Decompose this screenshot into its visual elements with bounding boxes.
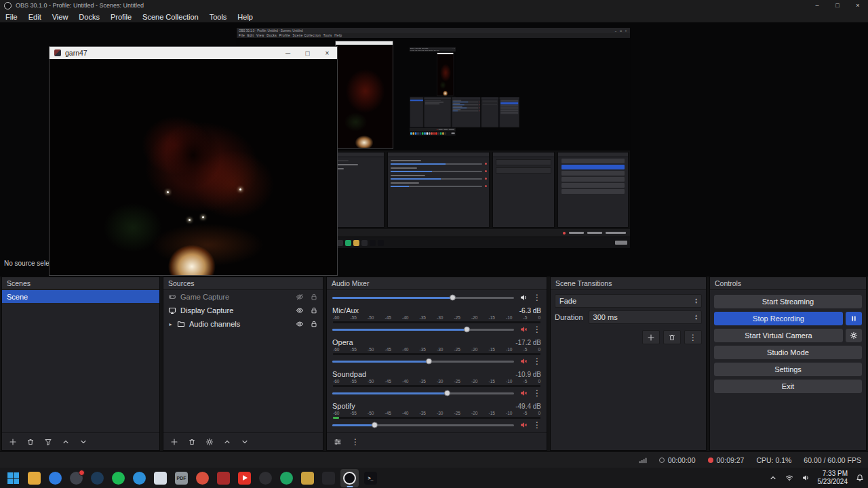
move-source-down-button[interactable]: [241, 438, 249, 446]
game-window-title-bar[interactable]: garn47 ─ □ ×: [50, 47, 337, 59]
taskbar-app-firefox-icon[interactable]: [130, 469, 149, 487]
game-window-garn47: garn47 ─ □ ×: [49, 46, 338, 276]
add-transition-button[interactable]: [642, 330, 660, 344]
taskbar-app-steam-icon[interactable]: [88, 469, 106, 487]
lock-icon[interactable]: [310, 293, 318, 301]
remove-transition-button[interactable]: [663, 330, 681, 344]
channel-db-value: -49.4 dB: [515, 403, 541, 410]
menu-docks[interactable]: Docks: [73, 11, 105, 22]
source-row-game-capture[interactable]: Game Capture: [163, 290, 323, 304]
stream-time: 00:00:00: [659, 456, 696, 464]
move-source-up-button[interactable]: [223, 438, 231, 446]
scene-filters-button[interactable]: [44, 438, 52, 446]
mixer-item-menu-icon[interactable]: ⋮: [533, 293, 541, 302]
menu-profile[interactable]: Profile: [105, 11, 137, 22]
clock-date: 5/23/2024: [818, 478, 848, 486]
game-minimize-button[interactable]: ─: [278, 47, 298, 59]
start-virtual-camera-button[interactable]: Start Virtual Camera: [714, 329, 843, 342]
channel-db-value: -6.3 dB: [519, 307, 541, 314]
volume-icon[interactable]: [802, 474, 810, 482]
recording-indicator-icon: [708, 458, 713, 463]
gamepad-icon: [168, 293, 176, 301]
expand-chevron-icon[interactable]: ▸: [168, 321, 173, 327]
menu-view[interactable]: View: [47, 11, 74, 22]
taskbar-app-spotify-icon[interactable]: [109, 469, 127, 487]
taskbar-app-pdf-viewer-icon[interactable]: PDF: [172, 469, 191, 487]
audio-mixer-panel: Audio Mixer ⋮ Mic/Aux-6.3 dB -60-55-50-4…: [326, 277, 547, 451]
taskbar-app-chrome-icon[interactable]: [193, 469, 212, 487]
menu-tools[interactable]: Tools: [204, 11, 233, 22]
volume-slider[interactable]: [332, 329, 514, 331]
advanced-audio-button[interactable]: [334, 438, 342, 446]
taskbar-app-start-icon[interactable]: [4, 469, 22, 487]
taskbar-app-app-dark-icon[interactable]: [256, 469, 275, 487]
remove-scene-button[interactable]: [26, 438, 35, 446]
source-row-audio-channels[interactable]: ▸ Audio channels: [163, 317, 323, 331]
taskbar-app-app-wheat-icon[interactable]: [298, 469, 317, 487]
taskbar-app-browser-edge-icon[interactable]: [46, 469, 64, 487]
mixer-item-menu-icon[interactable]: ⋮: [533, 421, 541, 429]
taskbar-app-cursor-tool-icon[interactable]: [151, 469, 170, 487]
volume-slider[interactable]: [332, 424, 514, 426]
virtual-camera-settings-button[interactable]: [846, 329, 862, 342]
menu-scene-collection[interactable]: Scene Collection: [137, 11, 204, 22]
muted-speaker-icon[interactable]: [519, 389, 528, 397]
preview-canvas[interactable]: OBS 30.1.0 - Profile: Untitled - Scenes:…: [0, 22, 868, 277]
taskbar-app-youtube-icon[interactable]: [235, 469, 254, 487]
lock-icon[interactable]: [310, 306, 318, 314]
taskbar-app-obs-icon[interactable]: [340, 469, 359, 487]
game-maximize-button[interactable]: □: [298, 47, 317, 59]
move-scene-up-button[interactable]: [62, 438, 70, 446]
move-scene-down-button[interactable]: [79, 438, 87, 446]
remove-source-button[interactable]: [188, 438, 196, 446]
duration-spinner[interactable]: 300 ms ▴▾: [589, 310, 702, 324]
wifi-icon[interactable]: [785, 474, 793, 482]
add-source-button[interactable]: [170, 438, 178, 446]
menu-help[interactable]: Help: [232, 11, 258, 22]
volume-slider[interactable]: [332, 361, 514, 363]
taskbar-app-file-explorer-icon[interactable]: [25, 469, 43, 487]
mixer-menu-button[interactable]: ⋮: [351, 438, 359, 446]
menu-edit[interactable]: Edit: [23, 11, 47, 22]
speaker-icon[interactable]: [519, 293, 528, 302]
visibility-off-icon[interactable]: [296, 293, 304, 301]
source-row-display-capture[interactable]: Display Capture: [163, 304, 323, 317]
exit-button[interactable]: Exit: [714, 380, 862, 393]
volume-slider[interactable]: [332, 297, 514, 299]
minimize-button[interactable]: –: [807, 0, 827, 11]
taskbar-app-discord-icon[interactable]: [67, 469, 85, 487]
taskbar-app-app-black-icon[interactable]: [319, 469, 338, 487]
mixer-item-menu-icon[interactable]: ⋮: [533, 389, 541, 397]
close-button[interactable]: ×: [848, 0, 868, 11]
mixer-item-menu-icon[interactable]: ⋮: [533, 325, 541, 333]
volume-slider[interactable]: [332, 392, 514, 394]
taskbar-clock[interactable]: 7:33 PM 5/23/2024: [818, 470, 848, 486]
studio-mode-button[interactable]: Studio Mode: [714, 346, 862, 359]
taskbar-app-app-green-icon[interactable]: [277, 469, 296, 487]
mixer-item-menu-icon[interactable]: ⋮: [533, 357, 541, 365]
taskbar-app-adobe-icon[interactable]: [214, 469, 233, 487]
taskbar-app-terminal-icon[interactable]: >_: [361, 469, 380, 487]
settings-button[interactable]: Settings: [714, 363, 862, 376]
notifications-icon[interactable]: [856, 474, 864, 482]
channel-name: Soundpad: [332, 370, 366, 378]
tray-overflow-chevron-icon[interactable]: [769, 474, 777, 482]
visibility-icon[interactable]: [296, 306, 304, 314]
game-viewport[interactable]: [50, 59, 337, 275]
muted-speaker-icon[interactable]: [519, 421, 528, 429]
maximize-button[interactable]: □: [827, 0, 848, 11]
visibility-icon[interactable]: [296, 320, 304, 328]
pause-recording-button[interactable]: [846, 312, 862, 325]
muted-speaker-icon[interactable]: [519, 357, 528, 365]
stop-recording-button[interactable]: Stop Recording: [714, 312, 843, 325]
scene-list-item[interactable]: Scene: [2, 290, 159, 303]
muted-speaker-icon[interactable]: [519, 325, 528, 333]
game-close-button[interactable]: ×: [317, 47, 337, 59]
source-properties-button[interactable]: [205, 438, 214, 446]
add-scene-button[interactable]: [9, 438, 17, 446]
transition-select[interactable]: Fade ▴▾: [555, 294, 702, 308]
menu-file[interactable]: File: [0, 11, 23, 22]
start-streaming-button[interactable]: Start Streaming: [714, 295, 862, 308]
lock-icon[interactable]: [310, 320, 318, 328]
transition-properties-button[interactable]: ⋮: [684, 330, 702, 344]
